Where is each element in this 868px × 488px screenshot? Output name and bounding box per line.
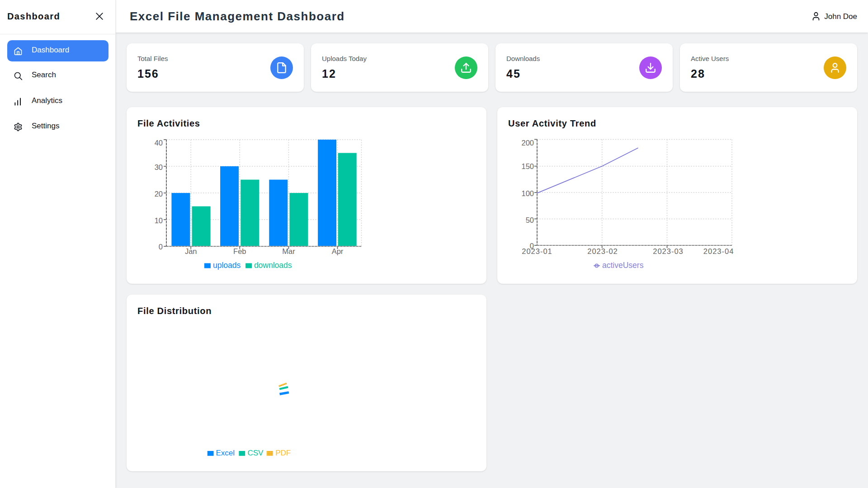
- svg-text:30: 30: [155, 163, 163, 171]
- svg-text:Apr: Apr: [332, 247, 344, 255]
- svg-text:40: 40: [155, 139, 163, 147]
- svg-text:0: 0: [159, 243, 163, 251]
- svg-text:2023-01: 2023-01: [522, 247, 552, 255]
- svg-text:150: 150: [521, 162, 534, 170]
- svg-text:20: 20: [155, 190, 163, 198]
- svg-text:CSV: CSV: [248, 449, 264, 457]
- svg-text:Jan: Jan: [185, 247, 197, 255]
- svg-text:uploads: uploads: [213, 261, 241, 270]
- svg-text:200: 200: [521, 139, 534, 147]
- svg-text:Mar: Mar: [282, 247, 295, 255]
- svg-text:2023-03: 2023-03: [653, 247, 684, 255]
- svg-text:PDF: PDF: [275, 449, 291, 457]
- svg-text:100: 100: [521, 189, 534, 197]
- svg-text:2023-02: 2023-02: [587, 247, 618, 255]
- svg-text:50: 50: [526, 216, 534, 224]
- svg-text:2023-04: 2023-04: [703, 247, 734, 255]
- svg-text:Feb: Feb: [233, 247, 246, 255]
- svg-text:downloads: downloads: [254, 261, 292, 270]
- svg-text:Excel: Excel: [216, 449, 235, 457]
- svg-text:10: 10: [155, 216, 163, 225]
- svg-text:activeUsers: activeUsers: [602, 261, 644, 270]
